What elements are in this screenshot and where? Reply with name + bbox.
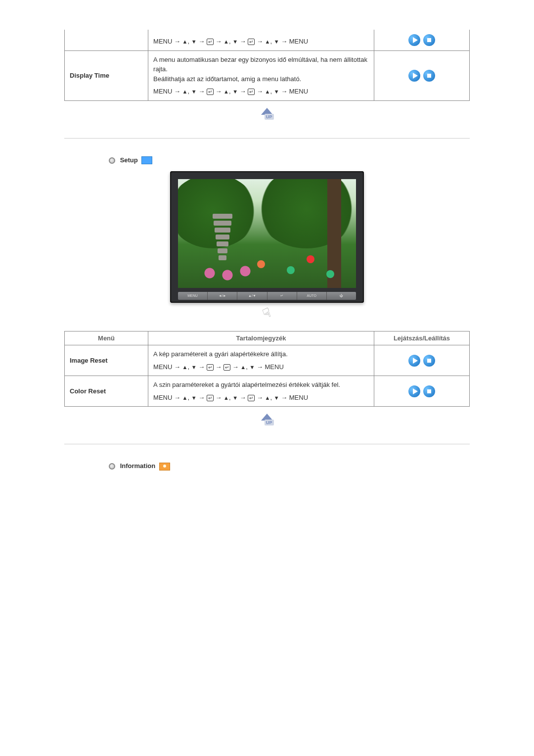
bullet-icon <box>109 463 115 470</box>
play-stop-cell <box>374 50 469 100</box>
stop-icon[interactable] <box>423 70 435 82</box>
up-arrow-icon <box>260 414 274 428</box>
nav-sequence: MENU → ▲, ▼ → ↵ → ▲, ▼ → ↵ → ▲, ▼ → MENU <box>153 87 369 96</box>
row-desc: MENU → ▲, ▼ → ↵ → ▲, ▼ → ↵ → ▲, ▼ → MENU <box>148 30 374 50</box>
monitor-bar-button: MENU <box>178 292 208 300</box>
monitor-bar-button: ◄/► <box>208 292 237 300</box>
table-row: Image Reset A kép paramétereit a gyári a… <box>65 345 470 376</box>
col-menu: Menü <box>65 331 148 345</box>
table-header-row: Menü Tartalomjegyzék Lejátszás/Leállítás <box>65 331 470 345</box>
monitor-frame: MENU◄/►▲/▼↵AUTO⏻ <box>170 171 364 303</box>
osd-table-1: MENU → ▲, ▼ → ↵ → ▲, ▼ → ↵ → ▲, ▼ → MENU… <box>64 30 470 101</box>
stop-icon[interactable] <box>423 34 435 46</box>
row-desc: A menu automatikusan bezar egy bizonyos … <box>148 50 374 100</box>
stop-icon[interactable] <box>423 385 435 397</box>
scroll-up-button[interactable] <box>64 414 470 430</box>
scroll-up-button[interactable] <box>64 108 470 124</box>
row-label: Color Reset <box>65 376 148 407</box>
play-stop-cell <box>374 345 469 376</box>
stop-icon[interactable] <box>423 355 435 367</box>
row-label <box>65 30 148 50</box>
monitor-screen <box>178 179 356 288</box>
hand-pointer-icon: ☟ <box>261 305 273 322</box>
row-label: Display Time <box>65 50 148 100</box>
play-stop-cell <box>374 30 469 50</box>
row-label: Image Reset <box>65 345 148 376</box>
row-desc: A szin paramétereket a gyártói alapértel… <box>148 376 374 407</box>
monitor-button-bar: MENU◄/►▲/▼↵AUTO⏻ <box>178 292 356 300</box>
monitor-bar-button: ▲/▼ <box>237 292 267 300</box>
section-title-text: Information <box>120 462 156 470</box>
desc-text: A szin paramétereket a gyártói alapértel… <box>153 381 340 388</box>
col-playstop: Lejátszás/Leállítás <box>374 331 469 345</box>
divider <box>64 444 470 444</box>
setup-table: Menü Tartalomjegyzék Lejátszás/Leállítás… <box>64 331 470 407</box>
table-row: MENU → ▲, ▼ → ↵ → ▲, ▼ → ↵ → ▲, ▼ → MENU <box>65 30 470 50</box>
table-row: Color Reset A szin paramétereket a gyárt… <box>65 376 470 407</box>
desc-text: A menu automatikusan bezar egy bizonyos … <box>153 56 367 83</box>
section-title-information: Information <box>109 462 470 471</box>
bullet-icon <box>109 157 115 164</box>
play-icon[interactable] <box>408 70 420 82</box>
monitor-illustration: MENU◄/►▲/▼↵AUTO⏻ ☟ <box>64 171 470 321</box>
divider <box>64 138 470 139</box>
table-row: Display Time A menu automatikusan bezar … <box>65 50 470 100</box>
col-content: Tartalomjegyzék <box>148 331 374 345</box>
play-icon[interactable] <box>408 355 420 367</box>
monitor-bar-button: ↵ <box>267 292 297 300</box>
play-icon[interactable] <box>408 385 420 397</box>
section-title-setup: Setup <box>109 156 470 165</box>
up-arrow-icon <box>260 108 274 123</box>
setup-icon <box>141 156 152 164</box>
page: MENU → ▲, ▼ → ↵ → ▲, ▼ → ↵ → ▲, ▼ → MENU… <box>44 0 490 497</box>
play-stop-cell <box>374 376 469 407</box>
nav-sequence: MENU → ▲, ▼ → ↵ → ↵ → ▲, ▼ → MENU <box>153 362 369 372</box>
monitor-bar-button: AUTO <box>297 292 327 300</box>
desc-text: A kép paramétereit a gyári alapértékekre… <box>153 350 288 358</box>
play-icon[interactable] <box>408 34 420 46</box>
row-desc: A kép paramétereit a gyári alapértékekre… <box>148 345 374 376</box>
nav-sequence: MENU → ▲, ▼ → ↵ → ▲, ▼ → ↵ → ▲, ▼ → MENU <box>153 37 369 47</box>
information-icon <box>159 463 170 471</box>
section-title-text: Setup <box>120 156 138 164</box>
monitor-bar-button: ⏻ <box>327 292 356 300</box>
nav-sequence: MENU → ▲, ▼ → ↵ → ▲, ▼ → ↵ → ▲, ▼ → MENU <box>153 393 369 403</box>
